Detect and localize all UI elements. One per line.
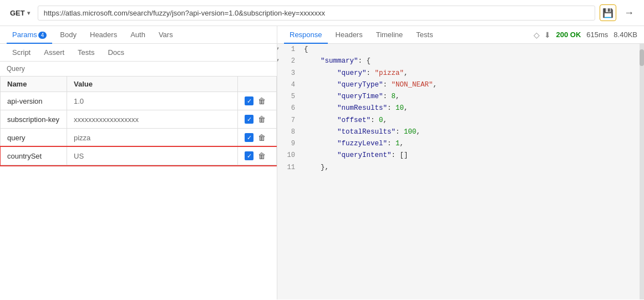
query-label: Query bbox=[0, 62, 277, 76]
copy-icon[interactable]: ◇ bbox=[534, 30, 540, 39]
col-header-name: Name bbox=[1, 77, 67, 92]
param-value-0[interactable]: 1.0 bbox=[67, 92, 238, 110]
param-name-2: query bbox=[1, 129, 67, 147]
response-header: Response Headers Timeline Tests ◇ ⬇ 200 … bbox=[277, 26, 644, 44]
col-header-value: Value bbox=[67, 77, 238, 92]
send-icon: → bbox=[624, 7, 634, 19]
line-content: "fuzzyLevel": 1, bbox=[300, 138, 644, 150]
param-value-2[interactable]: pizza bbox=[67, 129, 238, 147]
line-number: 8 bbox=[277, 126, 300, 138]
code-line: 10 "queryIntent": [] bbox=[277, 150, 644, 161]
param-checkbox-2[interactable]: ✓ bbox=[245, 133, 253, 142]
param-actions-1: ✓ 🗑 bbox=[238, 110, 277, 129]
tab-body[interactable]: Body bbox=[54, 26, 82, 43]
method-select[interactable]: GET ▾ bbox=[7, 7, 33, 19]
param-name-0: api-version bbox=[1, 92, 67, 110]
tab-params[interactable]: Params4 bbox=[7, 26, 52, 43]
line-content: "numResults": 10, bbox=[300, 103, 644, 114]
param-value-1[interactable]: xxxxxxxxxxxxxxxxxx bbox=[67, 110, 238, 129]
line-number: 7 bbox=[277, 115, 300, 126]
line-number: 5 bbox=[277, 91, 300, 103]
code-line: 9 "fuzzyLevel": 1, bbox=[277, 138, 644, 150]
code-line: 7 "offset": 0, bbox=[277, 115, 644, 126]
line-number: 9 bbox=[277, 138, 300, 150]
param-actions-0: ✓ 🗑 bbox=[238, 92, 277, 110]
scrollbar-track[interactable] bbox=[640, 44, 644, 299]
code-line: 5 "queryTime": 8, bbox=[277, 91, 644, 103]
table-row: subscription-key xxxxxxxxxxxxxxxxxx ✓ 🗑 bbox=[1, 110, 277, 129]
line-content: "summary": { bbox=[300, 55, 644, 67]
main-layout: Params4 Body Headers Auth Vars Script As… bbox=[0, 26, 644, 299]
code-line: 4 "queryType": "NON_NEAR", bbox=[277, 79, 644, 91]
param-checkbox-3[interactable]: ✓ bbox=[245, 151, 253, 160]
save-button[interactable]: 💾 bbox=[600, 4, 616, 21]
line-toggle-icon[interactable]: ▼ bbox=[277, 45, 279, 53]
params-badge: 4 bbox=[38, 32, 47, 39]
param-name-1: subscription-key bbox=[1, 110, 67, 129]
table-row: query pizza ✓ 🗑 bbox=[1, 129, 277, 147]
line-content: "totalResults": 100, bbox=[300, 126, 644, 138]
line-number: 6 bbox=[277, 103, 300, 114]
left-panel: Params4 Body Headers Auth Vars Script As… bbox=[0, 26, 277, 299]
tab-headers-right[interactable]: Headers bbox=[330, 26, 368, 43]
meta-icons: ◇ ⬇ bbox=[534, 30, 551, 39]
url-bar: GET ▾ 💾 → bbox=[0, 0, 644, 26]
tab-timeline[interactable]: Timeline bbox=[371, 26, 409, 43]
line-number: 2▼ bbox=[277, 55, 300, 67]
response-meta: ◇ ⬇ 200 OK 615ms 8.40KB bbox=[534, 30, 638, 39]
tab-response[interactable]: Response bbox=[284, 26, 328, 43]
line-content: "queryTime": 8, bbox=[300, 91, 644, 103]
download-icon[interactable]: ⬇ bbox=[544, 30, 551, 39]
tab-tests-right[interactable]: Tests bbox=[410, 26, 438, 43]
param-delete-0[interactable]: 🗑 bbox=[258, 96, 266, 105]
line-content: { bbox=[300, 44, 644, 55]
query-section: Query Name Value api-version 1.0 ✓ 🗑 sub… bbox=[0, 62, 277, 299]
code-line: 11 }, bbox=[277, 162, 644, 174]
line-number: 3 bbox=[277, 68, 300, 79]
save-icon: 💾 bbox=[602, 8, 613, 18]
param-delete-2[interactable]: 🗑 bbox=[258, 133, 266, 142]
tab-auth[interactable]: Auth bbox=[125, 26, 151, 43]
param-delete-3[interactable]: 🗑 bbox=[258, 151, 266, 160]
response-tabs: Response Headers Timeline Tests bbox=[284, 26, 439, 43]
method-chevron-icon: ▾ bbox=[27, 10, 30, 16]
line-content: "queryIntent": [] bbox=[300, 150, 644, 161]
code-line: 1▼{ bbox=[277, 44, 644, 55]
table-row: api-version 1.0 ✓ 🗑 bbox=[1, 92, 277, 110]
tab-vars[interactable]: Vars bbox=[153, 26, 179, 43]
params-table: Name Value api-version 1.0 ✓ 🗑 subscript… bbox=[0, 76, 277, 165]
code-line: 3 "query": "pizza", bbox=[277, 68, 644, 79]
param-value-3[interactable]: US bbox=[67, 147, 238, 165]
line-toggle-icon[interactable]: ▼ bbox=[277, 57, 279, 64]
primary-tab-bar: Params4 Body Headers Auth Vars bbox=[0, 26, 277, 44]
line-number: 10 bbox=[277, 150, 300, 161]
line-number: 4 bbox=[277, 79, 300, 91]
col-header-actions bbox=[238, 77, 277, 92]
status-badge: 200 OK bbox=[556, 30, 581, 39]
line-content: "offset": 0, bbox=[300, 115, 644, 126]
tab-assert[interactable]: Assert bbox=[38, 44, 70, 61]
param-delete-1[interactable]: 🗑 bbox=[258, 115, 266, 124]
line-content: "query": "pizza", bbox=[300, 68, 644, 79]
code-line: 2▼ "summary": { bbox=[277, 55, 644, 67]
secondary-tab-bar: Script Assert Tests Docs bbox=[0, 44, 277, 62]
table-row: countrySet US ✓ 🗑 bbox=[1, 147, 277, 165]
code-line: 8 "totalResults": 100, bbox=[277, 126, 644, 138]
line-content: }, bbox=[300, 162, 644, 174]
tab-headers-left[interactable]: Headers bbox=[84, 26, 123, 43]
param-checkbox-1[interactable]: ✓ bbox=[245, 115, 253, 124]
right-panel: Response Headers Timeline Tests ◇ ⬇ 200 … bbox=[277, 26, 644, 299]
response-time: 615ms bbox=[586, 30, 608, 39]
param-checkbox-0[interactable]: ✓ bbox=[245, 96, 253, 105]
code-line: 6 "numResults": 10, bbox=[277, 103, 644, 114]
param-actions-3: ✓ 🗑 bbox=[238, 147, 277, 165]
scrollbar-thumb[interactable] bbox=[640, 49, 644, 66]
tab-docs[interactable]: Docs bbox=[102, 44, 130, 61]
line-number: 1▼ bbox=[277, 44, 300, 55]
tab-tests-left[interactable]: Tests bbox=[72, 44, 100, 61]
url-input[interactable] bbox=[38, 6, 595, 21]
tab-script[interactable]: Script bbox=[7, 44, 36, 61]
send-button[interactable]: → bbox=[621, 4, 637, 21]
code-table: 1▼{2▼ "summary": {3 "query": "pizza",4 "… bbox=[277, 44, 644, 174]
method-label: GET bbox=[10, 9, 25, 17]
